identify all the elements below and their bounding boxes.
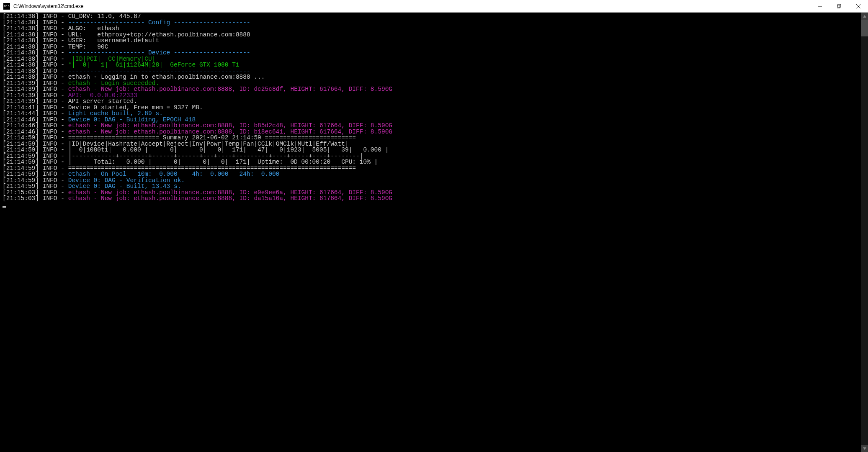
console-line: [21:14:38] INFO - ----------------------…: [3, 68, 858, 74]
console-line: [21:14:38] INFO - TEMP: 90C: [3, 44, 858, 50]
chevron-up-icon: [863, 15, 866, 18]
console-line: [21:14:46] INFO - ethash - New job: etha…: [3, 129, 858, 135]
minimize-icon: [818, 4, 822, 8]
cursor-line: [3, 202, 858, 208]
maximize-icon: [837, 4, 841, 8]
console-line: [21:14:59] INFO - ======================…: [3, 135, 858, 141]
window-title: C:\Windows\system32\cmd.exe: [13, 3, 83, 9]
titlebar: C:\ C:\Windows\system32\cmd.exe: [0, 0, 868, 13]
console-line: [21:14:38] INFO - *| 0| 1| 61|11264M|28|…: [3, 62, 858, 68]
console-line: [21:14:59] INFO - | 0|1080ti| 0.000 | 0|…: [3, 147, 858, 153]
console-line: [21:14:38] INFO - --------------------- …: [3, 20, 858, 26]
console-line: [21:15:03] INFO - ethash - New job: etha…: [3, 195, 858, 202]
titlebar-left: C:\ C:\Windows\system32\cmd.exe: [0, 3, 83, 10]
console-line: [21:14:38] INFO - URL: ethproxy+tcp://et…: [3, 32, 858, 38]
console-line: [21:14:59] INFO - ======================…: [3, 165, 858, 172]
console-line: [21:14:41] INFO - Device 0 started, Free…: [3, 105, 858, 111]
console-line: [21:14:59] INFO - |------------+--------…: [3, 153, 858, 159]
console-line: [21:14:44] INFO - Light cache built, 2.8…: [3, 110, 858, 117]
timestamp: [21:15:03]: [3, 195, 39, 202]
minimize-button[interactable]: [810, 0, 829, 13]
console-line: [21:15:03] INFO - ethash - New job: etha…: [3, 190, 858, 196]
log-segment: ethash - New job: ethash.poolbinance.com…: [68, 195, 392, 202]
close-icon: [856, 4, 860, 8]
console-line: [21:14:59] INFO - ethash - On Pool 10m: …: [3, 171, 858, 177]
console-line: [21:14:38] INFO - |ID|PCI| CC|Memory|CU|: [3, 56, 858, 62]
log-segment: INFO -: [39, 195, 68, 202]
console-line: [21:14:59] INFO - Device 0: DAG - Built,…: [3, 183, 858, 190]
client-area: [21:14:38] INFO - CU_DRV: 11.0, 445.87[2…: [0, 13, 868, 452]
svg-marker-6: [863, 447, 866, 450]
console-line: [21:14:39] INFO - API server started.: [3, 98, 858, 105]
scrollbar-thumb[interactable]: [861, 20, 868, 36]
console-output[interactable]: [21:14:38] INFO - CU_DRV: 11.0, 445.87[2…: [0, 13, 861, 452]
cmd-icon: C:\: [3, 3, 10, 10]
console-line: [21:14:59] INFO - |ID|Device|Hashrate|Ac…: [3, 141, 858, 147]
maximize-button[interactable]: [829, 0, 849, 13]
console-line: [21:14:38] INFO - ALGO: ethash: [3, 26, 858, 32]
scrollbar-track[interactable]: [861, 20, 868, 445]
cmd-window: C:\ C:\Windows\system32\cmd.exe [21:14:3…: [0, 0, 868, 452]
console-line: [21:14:39] INFO - ethash - Login succeed…: [3, 80, 858, 87]
svg-rect-2: [838, 4, 841, 7]
window-controls: [810, 0, 868, 13]
close-button[interactable]: [849, 0, 868, 13]
chevron-down-icon: [863, 447, 866, 450]
console-line: [21:14:39] INFO - ethash - New job: etha…: [3, 86, 858, 92]
vertical-scrollbar[interactable]: [861, 13, 868, 452]
scroll-down-button[interactable]: [861, 445, 868, 452]
scroll-up-button[interactable]: [861, 13, 868, 20]
console-line: [21:14:38] INFO - USER: username1.defaul…: [3, 38, 858, 44]
console-line: [21:14:38] INFO - --------------------- …: [3, 50, 858, 56]
svg-marker-5: [863, 15, 866, 18]
console-line: [21:14:38] INFO - ethash - Logging in to…: [3, 74, 858, 80]
cursor: [3, 206, 6, 208]
console-line: [21:14:46] INFO - ethash - New job: etha…: [3, 123, 858, 129]
svg-rect-1: [837, 5, 840, 8]
console-line: [21:14:39] INFO - API: 0.0.0.0:22333: [3, 92, 858, 99]
console-line: [21:14:59] INFO - Device 0: DAG - Verifi…: [3, 177, 858, 184]
console-line: [21:14:46] INFO - Device 0: DAG - Buildi…: [3, 117, 858, 123]
console-line: [21:14:38] INFO - CU_DRV: 11.0, 445.87: [3, 13, 858, 20]
console-line: [21:14:59] INFO - | Total: 0.000 | 0| 0|…: [3, 159, 858, 165]
